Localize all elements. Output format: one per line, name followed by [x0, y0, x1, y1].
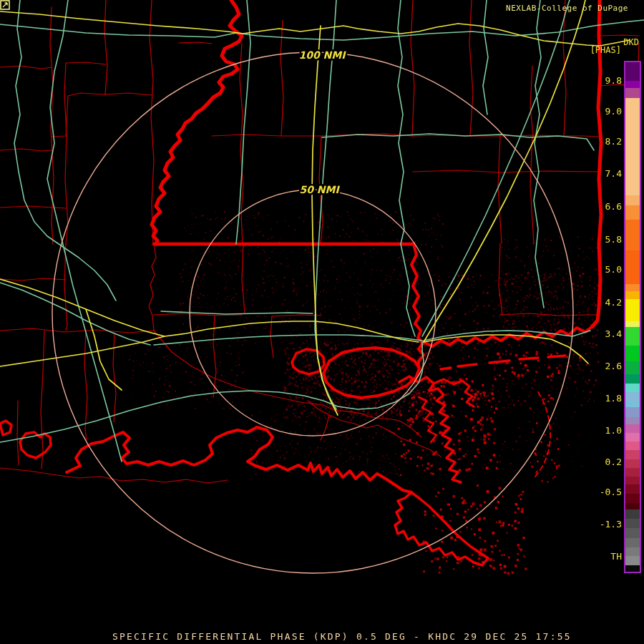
lake-pontchartrain: [323, 348, 419, 398]
colorbar-segment: [625, 81, 640, 88]
colorbar-segment: [625, 401, 640, 407]
arrow-box-icon: [0, 0, 10, 10]
colorbar-segment: [625, 220, 640, 250]
colorbar-segment: [625, 392, 640, 401]
colorbar-segment: [625, 384, 640, 392]
colorbar-tick-label: -0.5: [600, 487, 622, 497]
colorbar-segment: [625, 299, 640, 321]
colorbar-tick-label: 1.8: [605, 393, 622, 404]
color-scale-bar: [624, 61, 641, 573]
colorbar-tick-label: 2.6: [605, 361, 622, 371]
colorbar-segment: [625, 468, 640, 477]
colorbar-tick-label: 5.8: [605, 234, 622, 245]
colorbar-segment: [625, 424, 640, 433]
colorbar-tick-label: 3.4: [605, 328, 622, 339]
colorbar-tick-label: 9.8: [605, 75, 622, 86]
colorbar-tick-label: 4.2: [605, 297, 622, 308]
product-title: SPECIFIC DIFFERENTIAL PHASE (KDP) 0.5 DE…: [112, 631, 572, 642]
colorbar-tick-label: TH: [610, 551, 622, 562]
colorbar-segment: [625, 205, 640, 220]
pearl-river-border: [411, 244, 424, 343]
colorbar-tick-label: 1.0: [605, 425, 622, 436]
base-map: 50 NMI 100 NMI: [0, 0, 644, 644]
colorbar-segment: [625, 450, 640, 459]
radar-display: 50 NMI 100 NMI NEXLAB-College of DuPage …: [0, 0, 644, 644]
colorbar-segment: [625, 528, 640, 538]
colorbar-segment: [625, 433, 640, 441]
colorbar-segment: [625, 417, 640, 424]
colorbar-tick-label: 5.0: [605, 264, 622, 275]
colorbar-segment: [625, 538, 640, 547]
colorbar-segment: [625, 284, 640, 291]
colorbar-segment: [625, 503, 640, 509]
colorbar-segment: [625, 484, 640, 494]
water-features: [0, 0, 601, 565]
county-boundaries: [0, 0, 640, 483]
colorbar-segment: [625, 477, 640, 484]
colorbar-tick-label: 9.0: [605, 106, 622, 117]
colorbar-segment: [625, 459, 640, 468]
colorbar-segment: [625, 321, 640, 327]
colorbar-segment: [625, 250, 640, 284]
colorbar-tick-label: 0.2: [605, 457, 622, 467]
colorbar-segment: [625, 327, 640, 346]
small-lake-west: [0, 421, 11, 435]
colorbar-segment: [625, 98, 640, 195]
colorbar-segment: [625, 547, 640, 556]
range-ring-label-100: 100 NMI: [299, 49, 347, 61]
range-ring-label-50: 50 NMI: [299, 184, 340, 195]
brand-text: NEXLAB-College of DuPage: [506, 4, 628, 13]
colorbar-tick-label: -1.3: [600, 519, 622, 530]
colorbar-segment: [625, 195, 640, 205]
colorbar-segment: [625, 346, 640, 361]
product-units: [PHAS]: [590, 45, 621, 55]
lake-maurepas: [292, 349, 324, 374]
colorbar-segment: [625, 361, 640, 374]
barrier-islands: [441, 356, 565, 369]
product-code: DKD: [623, 37, 639, 47]
colorbar-segment: [625, 565, 640, 572]
colorbar-segment: [625, 407, 640, 417]
colorbar-tick-label: 7.4: [605, 168, 622, 179]
range-ring-100nmi: [52, 52, 573, 573]
colorbar-tick-label: 6.6: [605, 201, 622, 212]
colorbar-tick-label: 8.2: [605, 136, 622, 147]
louisiana-coast: [67, 427, 411, 492]
colorbar-segment: [625, 441, 640, 450]
colorbar-segment: [625, 519, 640, 528]
colorbar-segment: [625, 494, 640, 503]
colorbar-segment: [625, 374, 640, 384]
colorbar-segment: [625, 509, 640, 519]
range-rings: 50 NMI 100 NMI: [52, 49, 573, 573]
colorbar-segment: [625, 88, 640, 98]
colorbar-segment: [625, 291, 640, 299]
colorbar-segment: [625, 556, 640, 565]
colorbar-segment: [625, 62, 640, 81]
